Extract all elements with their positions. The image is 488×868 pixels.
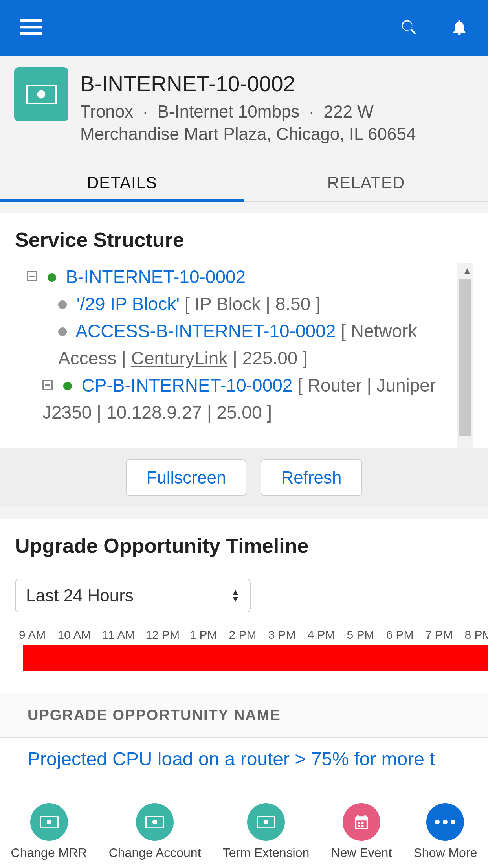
svg-rect-0 <box>20 19 42 22</box>
record-product: B-Internet 10mbps <box>157 102 299 121</box>
time-range-value: Last 24 Hours <box>26 586 134 605</box>
svg-rect-2 <box>20 32 42 35</box>
axis-label: 8 PM <box>465 628 488 642</box>
status-dot-icon <box>58 300 67 309</box>
axis-label: 10 AM <box>57 628 90 642</box>
tree-ip-link[interactable]: '/29 IP Block' <box>77 294 180 314</box>
tree-root-link[interactable]: B-INTERNET-10-0002 <box>66 267 246 287</box>
bell-icon[interactable] <box>450 18 468 39</box>
tabs: DETAILS RELATED <box>0 165 488 202</box>
axis-label: 7 PM <box>426 628 453 642</box>
axis-label: 11 AM <box>101 628 134 642</box>
bottom-action-bar: Change MRR Change Account Term Extension… <box>0 794 488 868</box>
change-mrr-button[interactable]: Change MRR <box>11 803 87 860</box>
status-dot-icon <box>63 382 72 390</box>
status-dot-icon <box>58 327 67 336</box>
money-icon <box>30 803 68 841</box>
action-label: Change Account <box>109 846 201 860</box>
axis-label: 2 PM <box>229 628 256 642</box>
more-icon <box>426 803 464 841</box>
collapse-icon[interactable] <box>42 380 53 390</box>
action-label: Show More <box>414 846 477 860</box>
action-label: Term Extension <box>223 846 310 860</box>
search-icon[interactable] <box>399 18 419 39</box>
top-navbar <box>0 0 488 56</box>
timeline-panel: Upgrade Opportunity Timeline Last 24 Hou… <box>0 519 488 795</box>
axis-label: 4 PM <box>307 628 335 642</box>
axis-label: 9 AM <box>19 628 46 642</box>
money-icon <box>136 803 174 841</box>
action-label: New Event <box>331 846 392 860</box>
tree-cp-link[interactable]: CP-B-INTERNET-10-0002 <box>82 375 293 395</box>
record-account: Tronox <box>80 102 133 121</box>
service-tree: ▲ B-INTERNET-10-0002 '/29 IP Block' [ IP… <box>15 263 473 448</box>
tree-cp[interactable]: CP-B-INTERNET-10-0002 [ Router | Juniper… <box>19 372 473 426</box>
record-type-icon <box>14 67 68 121</box>
service-structure-panel: Service Structure ▲ B-INTERNET-10-0002 '… <box>0 213 488 448</box>
scroll-up-icon[interactable]: ▲ <box>462 265 472 277</box>
svg-point-4 <box>37 90 46 99</box>
tree-access-vendor[interactable]: CenturyLink <box>131 348 227 368</box>
tree-root[interactable]: B-INTERNET-10-0002 <box>19 263 473 291</box>
svg-point-10 <box>264 820 269 825</box>
time-range-select[interactable]: Last 24 Hours ▲▼ <box>15 579 251 612</box>
tab-related[interactable]: RELATED <box>244 165 488 201</box>
svg-point-8 <box>152 820 158 825</box>
opportunity-row-link[interactable]: Projected CPU load on a router > 75% for… <box>0 738 488 780</box>
record-subtitle: Tronox · B-Internet 10mbps · 222 W Merch… <box>80 100 474 145</box>
tree-access-link[interactable]: ACCESS-B-INTERNET-10-0002 <box>75 321 336 341</box>
timeline-title: Upgrade Opportunity Timeline <box>15 534 473 557</box>
axis-label: 3 PM <box>268 628 295 642</box>
calendar-icon <box>343 803 380 841</box>
tab-details[interactable]: DETAILS <box>0 165 244 201</box>
time-axis: 9 AM 10 AM 11 AM 12 PM 1 PM 2 PM 3 PM 4 … <box>15 628 473 642</box>
select-arrows-icon: ▲▼ <box>231 588 240 603</box>
fullscreen-button[interactable]: Fullscreen <box>126 459 246 496</box>
svg-rect-1 <box>20 26 42 28</box>
svg-point-6 <box>46 820 51 825</box>
menu-icon[interactable] <box>20 19 42 38</box>
new-event-button[interactable]: New Event <box>331 803 392 860</box>
collapse-icon[interactable] <box>27 271 37 281</box>
scroll-thumb[interactable] <box>459 279 471 436</box>
record-header: B-INTERNET-10-0002 Tronox · B-Internet 1… <box>0 56 488 145</box>
record-title: B-INTERNET-10-0002 <box>80 71 474 96</box>
action-label: Change MRR <box>11 846 87 860</box>
change-account-button[interactable]: Change Account <box>109 803 201 860</box>
money-icon <box>247 803 285 841</box>
tree-button-bar: Fullscreen Refresh <box>0 448 488 507</box>
refresh-button[interactable]: Refresh <box>261 459 362 496</box>
opportunity-table-header: UPGRADE OPPORTUNITY NAME <box>0 693 488 738</box>
axis-label: 1 PM <box>189 628 217 642</box>
tree-ip-meta: [ IP Block | 8.50 ] <box>185 294 321 314</box>
tree-access-meta-post: | 225.00 ] <box>227 348 308 368</box>
axis-label: 6 PM <box>386 628 414 642</box>
tree-ip-block[interactable]: '/29 IP Block' [ IP Block | 8.50 ] <box>19 291 473 318</box>
service-structure-title: Service Structure <box>15 228 473 252</box>
axis-label: 12 PM <box>145 628 178 642</box>
show-more-button[interactable]: Show More <box>414 803 477 860</box>
tree-access[interactable]: ACCESS-B-INTERNET-10-0002 [ Network Acce… <box>19 318 473 372</box>
axis-label: 5 PM <box>347 628 374 642</box>
timeline-event-bar[interactable] <box>23 645 488 671</box>
status-dot-icon <box>48 273 56 282</box>
tree-scrollbar[interactable]: ▲ <box>457 263 473 448</box>
term-extension-button[interactable]: Term Extension <box>223 803 310 860</box>
